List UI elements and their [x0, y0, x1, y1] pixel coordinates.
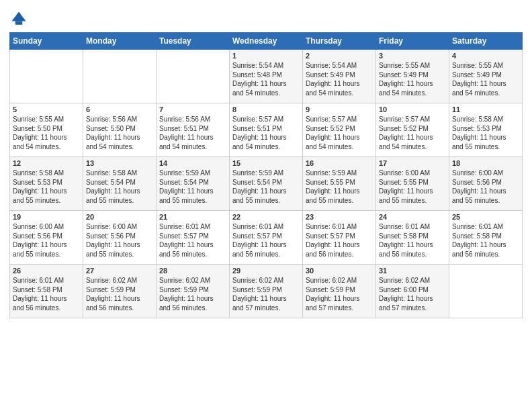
day-number: 26	[13, 267, 80, 275]
calendar-table: SundayMondayTuesdayWednesdayThursdayFrid…	[9, 32, 523, 318]
calendar-cell: 9Sunrise: 5:57 AM Sunset: 5:52 PM Daylig…	[303, 103, 376, 157]
cell-info: Sunrise: 5:55 AM Sunset: 5:50 PM Dayligh…	[13, 115, 80, 151]
day-number: 10	[379, 105, 446, 113]
logo-icon	[9, 9, 28, 28]
day-number: 3	[379, 52, 446, 60]
calendar-cell	[157, 50, 230, 103]
day-number: 17	[379, 159, 446, 167]
cell-info: Sunrise: 5:56 AM Sunset: 5:51 PM Dayligh…	[159, 115, 226, 151]
day-number: 16	[306, 159, 373, 167]
cell-info: Sunrise: 5:54 AM Sunset: 5:48 PM Dayligh…	[232, 61, 300, 97]
week-row-1: 1Sunrise: 5:54 AM Sunset: 5:48 PM Daylig…	[10, 50, 523, 103]
week-row-2: 5Sunrise: 5:55 AM Sunset: 5:50 PM Daylig…	[10, 103, 523, 157]
day-number: 19	[13, 213, 80, 221]
calendar-cell: 11Sunrise: 5:58 AM Sunset: 5:53 PM Dayli…	[449, 103, 523, 157]
week-row-3: 12Sunrise: 5:58 AM Sunset: 5:53 PM Dayli…	[10, 157, 523, 211]
day-header-monday: Monday	[83, 33, 157, 50]
calendar-cell: 7Sunrise: 5:56 AM Sunset: 5:51 PM Daylig…	[157, 103, 230, 157]
logo	[9, 9, 30, 28]
calendar-cell: 8Sunrise: 5:57 AM Sunset: 5:51 PM Daylig…	[230, 103, 303, 157]
calendar-cell: 4Sunrise: 5:55 AM Sunset: 5:49 PM Daylig…	[449, 50, 523, 103]
day-number: 7	[159, 105, 226, 113]
cell-info: Sunrise: 5:57 AM Sunset: 5:52 PM Dayligh…	[379, 115, 446, 151]
day-number: 1	[232, 52, 300, 60]
svg-rect-1	[15, 21, 23, 25]
day-number: 8	[232, 105, 300, 113]
calendar-cell: 28Sunrise: 6:02 AM Sunset: 5:59 PM Dayli…	[157, 265, 230, 318]
cell-info: Sunrise: 6:00 AM Sunset: 5:55 PM Dayligh…	[379, 169, 446, 205]
day-header-tuesday: Tuesday	[157, 33, 230, 50]
calendar-cell: 18Sunrise: 6:00 AM Sunset: 5:56 PM Dayli…	[449, 157, 523, 211]
day-number: 20	[86, 213, 153, 221]
cell-info: Sunrise: 5:59 AM Sunset: 5:54 PM Dayligh…	[159, 169, 226, 205]
cell-info: Sunrise: 6:01 AM Sunset: 5:58 PM Dayligh…	[452, 222, 519, 259]
svg-marker-0	[12, 12, 26, 21]
calendar-cell: 25Sunrise: 6:01 AM Sunset: 5:58 PM Dayli…	[449, 211, 523, 265]
cell-info: Sunrise: 5:58 AM Sunset: 5:53 PM Dayligh…	[13, 169, 80, 205]
day-number: 23	[306, 213, 373, 221]
cell-info: Sunrise: 6:02 AM Sunset: 5:59 PM Dayligh…	[86, 276, 153, 312]
calendar-cell: 21Sunrise: 6:01 AM Sunset: 5:57 PM Dayli…	[157, 211, 230, 265]
day-number: 9	[306, 105, 373, 113]
day-number: 24	[379, 213, 446, 221]
day-number: 14	[159, 159, 226, 167]
cell-info: Sunrise: 6:01 AM Sunset: 5:57 PM Dayligh…	[159, 222, 226, 259]
day-number: 11	[452, 105, 519, 113]
day-number: 25	[452, 213, 519, 221]
day-number: 30	[306, 267, 373, 275]
day-number: 22	[232, 213, 300, 221]
calendar-cell	[449, 265, 523, 318]
calendar-cell: 22Sunrise: 6:01 AM Sunset: 5:57 PM Dayli…	[230, 211, 303, 265]
calendar-cell: 10Sunrise: 5:57 AM Sunset: 5:52 PM Dayli…	[376, 103, 449, 157]
cell-info: Sunrise: 5:59 AM Sunset: 5:54 PM Dayligh…	[232, 169, 300, 205]
calendar-cell: 19Sunrise: 6:00 AM Sunset: 5:56 PM Dayli…	[10, 211, 83, 265]
calendar-cell: 2Sunrise: 5:54 AM Sunset: 5:49 PM Daylig…	[303, 50, 376, 103]
cell-info: Sunrise: 5:59 AM Sunset: 5:55 PM Dayligh…	[306, 169, 373, 205]
days-header-row: SundayMondayTuesdayWednesdayThursdayFrid…	[10, 33, 523, 50]
calendar-cell: 27Sunrise: 6:02 AM Sunset: 5:59 PM Dayli…	[83, 265, 157, 318]
week-row-5: 26Sunrise: 6:01 AM Sunset: 5:58 PM Dayli…	[10, 265, 523, 318]
cell-info: Sunrise: 5:58 AM Sunset: 5:53 PM Dayligh…	[452, 115, 519, 151]
cell-info: Sunrise: 5:57 AM Sunset: 5:51 PM Dayligh…	[232, 115, 300, 151]
main-container: SundayMondayTuesdayWednesdayThursdayFrid…	[0, 0, 532, 325]
day-header-saturday: Saturday	[449, 33, 523, 50]
day-number: 6	[86, 105, 153, 113]
day-number: 4	[452, 52, 519, 60]
cell-info: Sunrise: 6:00 AM Sunset: 5:56 PM Dayligh…	[13, 222, 80, 259]
calendar-cell: 12Sunrise: 5:58 AM Sunset: 5:53 PM Dayli…	[10, 157, 83, 211]
calendar-cell: 29Sunrise: 6:02 AM Sunset: 5:59 PM Dayli…	[230, 265, 303, 318]
calendar-cell	[83, 50, 157, 103]
cell-info: Sunrise: 5:55 AM Sunset: 5:49 PM Dayligh…	[379, 61, 446, 97]
day-number: 5	[13, 105, 80, 113]
day-header-thursday: Thursday	[303, 33, 376, 50]
week-row-4: 19Sunrise: 6:00 AM Sunset: 5:56 PM Dayli…	[10, 211, 523, 265]
day-header-sunday: Sunday	[10, 33, 83, 50]
calendar-cell: 17Sunrise: 6:00 AM Sunset: 5:55 PM Dayli…	[376, 157, 449, 211]
calendar-cell: 1Sunrise: 5:54 AM Sunset: 5:48 PM Daylig…	[230, 50, 303, 103]
cell-info: Sunrise: 6:00 AM Sunset: 5:56 PM Dayligh…	[86, 222, 153, 259]
cell-info: Sunrise: 5:54 AM Sunset: 5:49 PM Dayligh…	[306, 61, 373, 97]
day-number: 15	[232, 159, 300, 167]
day-number: 18	[452, 159, 519, 167]
calendar-cell: 23Sunrise: 6:01 AM Sunset: 5:57 PM Dayli…	[303, 211, 376, 265]
calendar-cell: 6Sunrise: 5:56 AM Sunset: 5:50 PM Daylig…	[83, 103, 157, 157]
cell-info: Sunrise: 6:02 AM Sunset: 5:59 PM Dayligh…	[306, 276, 373, 312]
calendar-cell: 26Sunrise: 6:01 AM Sunset: 5:58 PM Dayli…	[10, 265, 83, 318]
day-number: 31	[379, 267, 446, 275]
cell-info: Sunrise: 5:55 AM Sunset: 5:49 PM Dayligh…	[452, 61, 519, 97]
calendar-cell	[10, 50, 83, 103]
day-number: 29	[232, 267, 300, 275]
calendar-cell: 20Sunrise: 6:00 AM Sunset: 5:56 PM Dayli…	[83, 211, 157, 265]
day-header-wednesday: Wednesday	[230, 33, 303, 50]
calendar-cell: 31Sunrise: 6:02 AM Sunset: 6:00 PM Dayli…	[376, 265, 449, 318]
day-number: 27	[86, 267, 153, 275]
calendar-cell: 14Sunrise: 5:59 AM Sunset: 5:54 PM Dayli…	[157, 157, 230, 211]
cell-info: Sunrise: 6:01 AM Sunset: 5:57 PM Dayligh…	[306, 222, 373, 259]
cell-info: Sunrise: 6:01 AM Sunset: 5:58 PM Dayligh…	[379, 222, 446, 259]
day-number: 28	[159, 267, 226, 275]
day-header-friday: Friday	[376, 33, 449, 50]
calendar-cell: 13Sunrise: 5:58 AM Sunset: 5:54 PM Dayli…	[83, 157, 157, 211]
calendar-cell: 16Sunrise: 5:59 AM Sunset: 5:55 PM Dayli…	[303, 157, 376, 211]
cell-info: Sunrise: 6:02 AM Sunset: 5:59 PM Dayligh…	[232, 276, 300, 312]
calendar-cell: 24Sunrise: 6:01 AM Sunset: 5:58 PM Dayli…	[376, 211, 449, 265]
